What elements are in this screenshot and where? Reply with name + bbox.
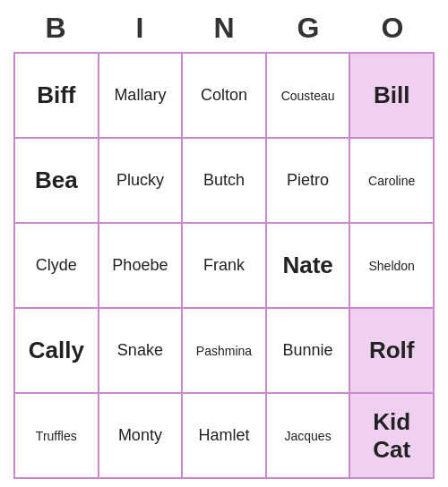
grid-cell: Bunnie [267,309,351,394]
cell-text: Plucky [116,171,164,190]
header-letter: B [13,8,98,48]
grid-cell: Kid Cat [350,394,435,479]
cell-text: Butch [203,171,245,190]
grid-cell: Pietro [267,139,351,224]
cell-text: Cally [29,337,84,364]
cell-text: Monty [118,426,162,445]
cell-text: Sheldon [368,259,414,273]
grid-cell: Rolf [350,309,435,394]
cell-text: Snake [117,341,163,360]
grid-cell: Butch [183,139,267,224]
grid-cell: Pashmina [183,309,267,394]
cell-text: Mallary [114,86,166,105]
grid-cell: Monty [99,394,184,479]
cell-text: Rolf [369,337,415,364]
cell-text: Cousteau [281,89,335,103]
grid-cell: Hamlet [183,394,267,479]
bingo-header: BINGO [13,8,435,48]
header-letter: O [350,8,435,48]
cell-text: Frank [203,256,245,275]
cell-text: Nate [282,252,332,279]
cell-text: Bea [35,167,78,194]
cell-text: Pietro [287,171,329,190]
grid-cell: Phoebe [99,224,184,309]
grid-cell: Colton [183,54,267,139]
cell-text: Biff [37,81,75,109]
grid-cell: Sheldon [350,224,435,309]
cell-text: Caroline [368,174,415,188]
header-letter: G [266,8,350,48]
cell-text: Bunnie [283,341,333,360]
grid-cell: Jacques [267,394,351,479]
grid-cell: Plucky [99,139,184,224]
grid-cell: Snake [99,309,184,394]
cell-text: Hamlet [198,426,249,445]
cell-text: Pashmina [196,344,252,358]
grid-cell: Nate [267,224,351,309]
grid-cell: Biff [15,54,99,139]
grid-cell: Mallary [99,54,184,139]
cell-text: Colton [201,86,247,105]
grid-cell: Cally [15,309,99,394]
grid-cell: Caroline [350,139,435,224]
grid-cell: Bill [350,54,435,139]
cell-text: Kid Cat [354,408,429,464]
bingo-card: BINGO BiffMallaryColtonCousteauBillBeaPl… [13,8,435,479]
grid-cell: Frank [183,224,267,309]
header-letter: N [182,8,266,48]
header-letter: I [98,8,182,48]
cell-text: Truffles [36,429,77,443]
cell-text: Clyde [36,256,77,275]
bingo-grid: BiffMallaryColtonCousteauBillBeaPluckyBu… [13,52,435,479]
cell-text: Phoebe [112,256,168,275]
grid-cell: Clyde [15,224,99,309]
grid-cell: Bea [15,139,99,224]
grid-cell: Truffles [15,394,99,479]
cell-text: Jacques [285,429,332,443]
grid-cell: Cousteau [267,54,351,139]
cell-text: Bill [374,81,409,109]
